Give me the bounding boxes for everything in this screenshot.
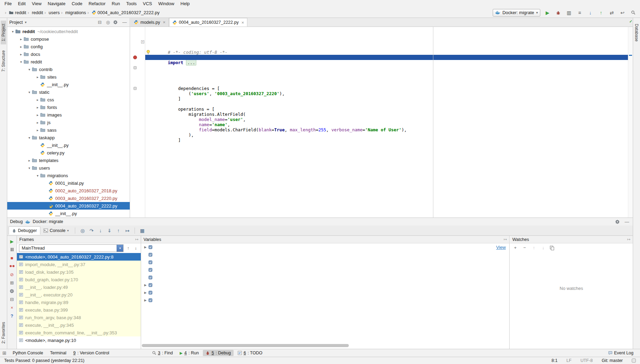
tree-item[interactable]: celery.py <box>7 149 130 156</box>
encoding-indicator[interactable]: UTF-8 <box>580 358 592 363</box>
caret-position[interactable]: 8:1 <box>551 358 557 363</box>
add-watch-icon[interactable]: + <box>513 245 518 250</box>
show-execution-point-icon[interactable]: ◎ <box>78 227 87 234</box>
frame-row[interactable]: __init__, executor.py:20 <box>17 291 141 299</box>
step-out-icon[interactable]: ↑ <box>114 227 122 234</box>
debug-tab[interactable]: Console ▾ <box>40 226 72 235</box>
hide-panel-icon[interactable]: — <box>121 20 128 25</box>
frame-row[interactable]: <module>, manage.py:10 <box>17 336 141 344</box>
run-button[interactable]: ▶ <box>544 9 551 16</box>
tree-arrow-icon[interactable] <box>35 105 40 109</box>
tree-arrow-icon[interactable] <box>10 30 16 33</box>
toolwindow-button[interactable]: Python Console <box>10 350 46 356</box>
status-indicator-icon[interactable] <box>632 358 636 363</box>
tree-arrow-icon[interactable] <box>27 68 32 71</box>
tree-item[interactable]: 0001_initial.py <box>7 179 130 187</box>
menu-item[interactable]: Navigate <box>45 0 68 8</box>
remove-watch-icon[interactable]: − <box>522 245 527 250</box>
tab-close-icon[interactable] <box>242 20 244 25</box>
menu-item[interactable]: Refactor <box>86 0 109 8</box>
tree-arrow-icon[interactable] <box>18 45 24 49</box>
tree-arrow-icon[interactable] <box>35 98 40 102</box>
tree-arrow-icon[interactable] <box>35 174 40 178</box>
frame-row[interactable]: <module>, 0004_auto_20160327_2222.py:8 <box>17 253 141 261</box>
step-over-icon[interactable]: ↷ <box>87 227 96 234</box>
menu-item[interactable]: View <box>29 0 45 8</box>
tree-item[interactable]: sass <box>7 126 130 134</box>
attach-to-process-button[interactable]: ≡ <box>576 9 583 16</box>
close-button[interactable]: × <box>9 305 15 310</box>
step-into-icon[interactable]: ↓ <box>96 227 105 234</box>
tab-close-icon[interactable] <box>163 20 166 25</box>
debug-button[interactable] <box>555 9 562 16</box>
toolwindow-button[interactable]: 9: Version Control <box>70 350 112 356</box>
tree-arrow-icon[interactable] <box>35 121 40 124</box>
vcs-commit-button[interactable]: ↑ <box>598 9 604 16</box>
tree-arrow-icon[interactable] <box>27 159 32 162</box>
menu-item[interactable]: File <box>1 0 15 8</box>
variable-row[interactable]: __package__ = {str} 'reddit.users.migrat… <box>141 274 509 281</box>
tree-item[interactable]: sites <box>7 73 130 81</box>
evaluate-expression-icon[interactable]: ▦ <box>138 227 146 234</box>
resume-button[interactable]: ▶ <box>9 239 15 244</box>
run-configuration-select[interactable]: Docker: migrate ▾ <box>493 9 540 17</box>
move-watch-up-icon[interactable]: ↑ <box>531 245 536 250</box>
tree-item[interactable]: __init__.py <box>7 141 130 149</box>
breadcrumb-item[interactable]: › reddit <box>26 10 43 15</box>
search-everywhere-icon[interactable] <box>630 9 637 16</box>
tree-item[interactable]: taskapp <box>7 134 130 141</box>
toolwindow-button[interactable]: ▶ 5: Debug <box>203 350 234 356</box>
chevron-down-icon[interactable]: ▾ <box>25 20 27 24</box>
horizontal-scrollbar[interactable] <box>142 344 349 347</box>
tree-arrow-icon[interactable] <box>27 90 32 94</box>
menu-item[interactable]: Run <box>109 0 123 8</box>
settings-gear-icon[interactable] <box>9 288 15 294</box>
variable-row[interactable]: __name__ = {str} 'reddit.users.migration… <box>141 266 509 274</box>
tree-item[interactable]: 0003_auto_20160327_2220.py <box>7 194 130 202</box>
breadcrumb-item[interactable]: › users <box>43 10 60 15</box>
fold-expand-icon[interactable] <box>141 40 144 43</box>
settings-gear-icon[interactable] <box>113 20 119 24</box>
variable-row[interactable]: models = {module} <module 'django.db.mod… <box>141 289 509 296</box>
line-separator-indicator[interactable]: LF <box>567 358 572 363</box>
menu-item[interactable]: Help <box>177 0 193 8</box>
settings-gear-icon[interactable] <box>615 220 621 224</box>
diff-button[interactable]: ⇄ <box>608 9 615 16</box>
restore-layout-button[interactable]: ⊞ <box>9 280 15 285</box>
code-editor[interactable]: # -*- coding: utf-8 -*- # Generated by D… <box>145 27 628 218</box>
tree-arrow-icon[interactable] <box>35 128 40 132</box>
gutter-marker-icon[interactable] <box>134 66 137 69</box>
previous-frame-button[interactable]: ↑ <box>125 245 131 251</box>
panel-options-icon[interactable]: ↦ <box>627 237 630 242</box>
frame-row[interactable]: run_from_argv, base.py:348 <box>17 314 141 321</box>
editor-scrollbar[interactable] <box>628 27 633 218</box>
menu-item[interactable]: Edit <box>15 0 29 8</box>
view-breakpoints-button[interactable] <box>9 263 15 269</box>
tree-item[interactable]: js <box>7 119 130 126</box>
status-message[interactable]: Tests Passed: 0 passed (yesterday 22:21) <box>4 358 85 363</box>
minimize-panel-icon[interactable]: — <box>624 219 630 224</box>
help-button[interactable]: ? <box>9 313 15 318</box>
tree-arrow-icon[interactable] <box>18 60 24 64</box>
frame-row[interactable]: load_disk, loader.py:105 <box>17 268 141 276</box>
inspection-status-icon[interactable]: ✓ <box>629 19 632 24</box>
frame-row[interactable]: import_module, __init__.py:37 <box>17 261 141 268</box>
scroll-to-source-icon[interactable]: ◎ <box>105 20 111 25</box>
expand-arrow-icon[interactable] <box>143 283 148 287</box>
run-to-cursor-icon[interactable]: ↦ <box>123 227 131 234</box>
tree-arrow-icon[interactable] <box>18 52 24 56</box>
tree-item[interactable]: fonts <box>7 103 130 111</box>
vcs-update-button[interactable]: ↓ <box>587 9 594 16</box>
tree-item[interactable]: compose <box>7 35 130 43</box>
gutter-marker-icon[interactable] <box>134 87 137 90</box>
stripe-button-database[interactable]: Database <box>634 21 639 44</box>
move-watch-down-icon[interactable]: ↓ <box>541 245 546 250</box>
stripe-button-project[interactable]: 1: Project <box>1 21 6 44</box>
breadcrumb-item[interactable]: › 0004_auto_20160327_2222.py <box>86 10 159 15</box>
tree-item[interactable]: css <box>7 96 130 103</box>
project-view-title[interactable]: Project <box>9 20 23 25</box>
tree-item[interactable]: __init__.py <box>7 210 130 217</box>
variable-row[interactable]: unicode_literals = {instance} _Feature: … <box>141 296 509 304</box>
menu-item[interactable]: Window <box>155 0 177 8</box>
frame-row[interactable]: execute, base.py:399 <box>17 306 141 314</box>
